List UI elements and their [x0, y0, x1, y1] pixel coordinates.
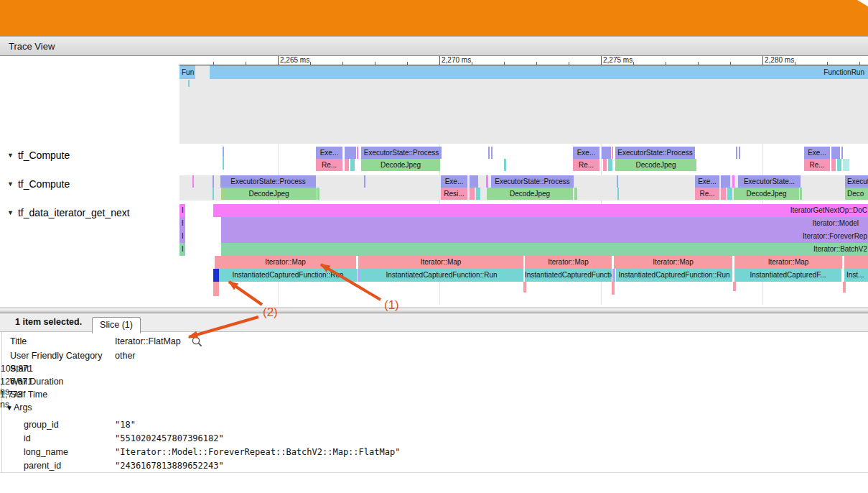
trace-event-bar[interactable] — [504, 159, 506, 171]
trace-event-bar[interactable] — [841, 147, 843, 159]
trace-event-bar[interactable]: Exe... — [695, 175, 719, 188]
trace-event-bar[interactable] — [831, 159, 836, 171]
trace-event-bar[interactable]: DecodeJpeg — [487, 188, 573, 200]
trace-event-bar[interactable]: Re... — [695, 188, 719, 200]
trace-event-bar[interactable]: InstantiatedCapturedFunction::Run — [525, 269, 612, 282]
trace-event-bar[interactable] — [491, 147, 493, 159]
trace-event-bar[interactable] — [843, 282, 846, 292]
trace-event-bar[interactable] — [721, 175, 730, 188]
trace-event-bar[interactable]: ExecutorState::Process — [615, 147, 695, 159]
trace-event-bar[interactable] — [223, 157, 224, 170]
trace-event-bar[interactable] — [603, 159, 607, 171]
trace-event-bar[interactable]: InstantiatedCapturedFunction::Run — [219, 269, 357, 282]
trace-event-bar[interactable]: ExecutorState::Process — [220, 175, 316, 188]
trace-event-bar[interactable] — [739, 147, 740, 159]
trace-event-bar[interactable] — [188, 80, 190, 87]
track-expander-icon[interactable]: ▼ — [7, 152, 14, 159]
trace-event-bar[interactable]: I — [179, 230, 185, 243]
trace-event-bar[interactable] — [523, 282, 526, 292]
trace-event-bar[interactable] — [486, 175, 488, 188]
trace-event-bar[interactable]: Iterator::Map — [734, 256, 842, 269]
trace-event-bar[interactable] — [612, 269, 615, 282]
panel-splitter[interactable] — [0, 308, 868, 313]
trace-event-bar[interactable]: Re... — [804, 159, 830, 171]
trace-event-bar[interactable] — [721, 188, 726, 200]
trace-event-bar[interactable] — [357, 147, 358, 159]
trace-event-bar[interactable]: Resi... — [441, 188, 467, 200]
trace-event-bar[interactable] — [213, 188, 214, 200]
trace-event-bar[interactable]: Fun — [179, 65, 195, 79]
ruler-tick-minor — [666, 62, 666, 65]
trace-event-bar[interactable]: DecodeJpeg — [221, 188, 317, 200]
trace-event-bar[interactable] — [727, 188, 732, 200]
trace-event-bar[interactable]: Re... — [316, 159, 342, 171]
trace-event-bar[interactable] — [844, 256, 868, 269]
trace-event-bar[interactable]: Exe... — [316, 147, 342, 159]
trace-event-bar[interactable]: Exe... — [804, 147, 830, 159]
trace-event-bar[interactable] — [476, 188, 480, 200]
trace-event-bar[interactable] — [213, 175, 214, 188]
trace-event-bar[interactable] — [192, 175, 194, 188]
trace-event-bar[interactable] — [574, 188, 577, 200]
trace-event-bar[interactable]: Iterator::BatchV2 — [221, 243, 868, 256]
track-label-row[interactable]: ▼tf_Compute — [0, 148, 176, 161]
track-label-row[interactable]: ▼tf_data_iterator_get_next — [0, 206, 176, 218]
trace-event-bar[interactable] — [470, 188, 475, 200]
trace-event-bar[interactable]: InstantiatedCapturedFunction::Run — [360, 269, 523, 282]
trace-event-bar[interactable]: Iterator::Map — [614, 256, 732, 269]
track-expander-icon[interactable]: ▼ — [7, 180, 14, 188]
trace-event-bar[interactable]: I — [179, 243, 185, 256]
trace-event-bar[interactable]: I — [179, 217, 185, 230]
trace-event-bar[interactable] — [364, 175, 365, 188]
trace-event-bar[interactable]: InstantiatedCapturedFunction::Run — [616, 269, 732, 282]
trace-event-bar[interactable] — [345, 159, 349, 171]
trace-event-bar[interactable] — [837, 159, 841, 171]
trace-event-bar[interactable]: Execut — [845, 175, 868, 188]
trace-event-bar[interactable] — [608, 159, 612, 171]
trace-event-bar[interactable]: Iterator::Map — [215, 256, 356, 269]
trace-event-bar[interactable]: Iterator::ForeverRep — [221, 230, 868, 243]
tab-slice[interactable]: Slice (1) — [92, 317, 141, 333]
trace-event-bar[interactable]: Exe... — [573, 147, 599, 159]
trace-event-bar[interactable] — [470, 175, 478, 188]
magnifier-icon[interactable] — [191, 336, 203, 348]
trace-event-bar[interactable] — [213, 282, 219, 296]
trace-event-bar[interactable]: ExecutorState::Process — [491, 175, 574, 188]
trace-event-bar[interactable]: I — [179, 204, 185, 217]
trace-event-bar[interactable] — [488, 147, 490, 159]
trace-event-bar[interactable]: IteratorGetNextOp::DoC — [213, 204, 868, 217]
trace-event-bar[interactable] — [617, 188, 619, 200]
trace-event-bar[interactable]: Iterator::Map — [358, 256, 523, 269]
trace-event-bar[interactable] — [602, 147, 611, 159]
trace-event-bar[interactable]: DecodeJpeg — [361, 159, 440, 171]
track-label-row[interactable]: ▼tf_Compute — [0, 177, 176, 190]
trace-event-bar[interactable] — [612, 147, 613, 159]
trace-event-bar[interactable] — [831, 147, 840, 159]
trace-event-bar[interactable] — [223, 147, 224, 157]
trace-event-bar[interactable]: DecodeJpeg — [734, 188, 799, 200]
trace-event-bar[interactable]: Re... — [573, 159, 599, 171]
track-expander-icon[interactable]: ▼ — [7, 209, 14, 216]
trace-event-bar[interactable]: Inst... — [844, 269, 868, 282]
trace-event-bar[interactable]: Iterator::Map — [525, 256, 612, 269]
trace-event-bar[interactable] — [733, 282, 736, 291]
trace-event-bar[interactable] — [843, 159, 849, 171]
trace-event-bar[interactable]: Iterator::Model — [221, 217, 868, 230]
trace-event-bar[interactable]: FunctionRun — [210, 65, 868, 79]
trace-event-bar[interactable] — [345, 147, 356, 159]
trace-event-bar[interactable] — [736, 147, 737, 159]
trace-event-bar[interactable] — [617, 175, 618, 188]
trace-event-bar[interactable] — [317, 188, 319, 200]
trace-event-bar[interactable]: Deco — [845, 188, 868, 200]
trace-event-bar[interactable] — [213, 269, 219, 282]
trace-event-bar[interactable]: InstantiatedCapturedF... — [734, 269, 841, 282]
trace-event-bar[interactable] — [612, 282, 615, 295]
trace-event-bar[interactable] — [732, 175, 734, 188]
trace-event-bar[interactable]: ExecutorState... — [738, 175, 801, 188]
trace-event-bar[interactable]: Exe... — [441, 175, 467, 188]
trace-event-bar[interactable] — [222, 188, 223, 200]
trace-event-bar[interactable]: DecodeJpeg — [615, 159, 696, 171]
trace-event-bar[interactable]: ExecutorState::Process — [361, 147, 442, 159]
trace-event-bar[interactable] — [350, 159, 355, 171]
trace-event-bar[interactable] — [800, 188, 802, 200]
